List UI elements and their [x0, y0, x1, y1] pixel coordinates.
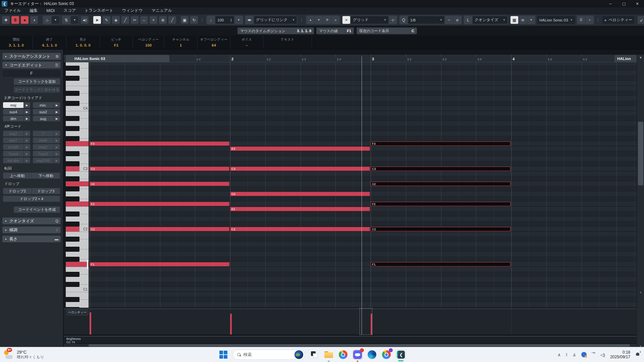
controller-lane[interactable]: Brightness CC 74 [64, 336, 637, 343]
person-icon[interactable]: ♟ [573, 352, 577, 357]
midi-note-G2-bar2[interactable]: G2 [230, 192, 370, 196]
maximize-button[interactable]: ▢ [617, 0, 631, 7]
black-key-C#3[interactable] [66, 161, 79, 166]
quantize-preset-box[interactable]: 1/8 ▼ [408, 16, 444, 24]
vertical-scrollbar[interactable]: ▼ ＋ ＋ [637, 55, 644, 347]
note-grid[interactable]: F3E3F3C3C3C3A2G2A2F2E2F2C2C2C2F1F1 [89, 62, 637, 308]
solo-editor-button[interactable]: S [11, 16, 19, 24]
section-length[interactable]: ► 長さ ▬ [2, 236, 61, 242]
note-input-dropdown[interactable]: ▼ [71, 16, 78, 24]
piano-keyboard[interactable]: C4C3C2C1 [66, 62, 89, 308]
file-explorer-button[interactable] [324, 350, 334, 360]
drop2-button[interactable]: ドロップ2 [3, 188, 32, 194]
open-in-project-icon[interactable]: ↙ [638, 16, 644, 24]
task-view-button[interactable] [309, 350, 319, 360]
kebab-icon[interactable]: ⋮ [200, 18, 205, 22]
length-quantize-icon[interactable]: L [464, 16, 472, 24]
chord-button-maj[interactable]: maj▶ [3, 102, 30, 108]
chrome-profile-button[interactable] [381, 350, 391, 360]
next-part-tab[interactable]: HALion [614, 55, 637, 62]
transpose-octave-button[interactable]: ⇈ [323, 16, 331, 24]
app-tray-icon[interactable] [581, 352, 587, 357]
quantize-panel-icon[interactable]: e [453, 16, 461, 24]
chord-button-aug[interactable]: aug▶ [33, 116, 60, 121]
black-key-A#2[interactable] [66, 176, 79, 181]
chord-button-sus2[interactable]: sus2▶ [33, 109, 60, 115]
length-quantize-box[interactable]: クオンタイズ ▼ [473, 16, 507, 24]
search-box[interactable]: 検索 [233, 350, 305, 360]
horizontal-scrollbar[interactable] [64, 344, 637, 347]
menu-item-1[interactable]: 編集 [25, 7, 42, 14]
tool-trim[interactable]: ╱ [121, 16, 129, 24]
tool-object-selection[interactable]: ➤ [93, 16, 101, 24]
drop24-button[interactable]: ドロップ2 + 4 [3, 196, 60, 202]
menu-item-0[interactable]: ファイル [0, 7, 25, 14]
chord-arrow-icon[interactable]: ▶ [53, 116, 60, 121]
minimize-button[interactable]: ─ [604, 0, 617, 7]
midi-note-A2-bar3[interactable]: A2 [371, 182, 511, 186]
tool-split-scissors[interactable]: ✂ [131, 16, 139, 24]
black-key-D#3[interactable] [66, 151, 79, 156]
microphone-icon[interactable]: ⟟ [566, 352, 568, 357]
relative-snap-button[interactable]: -|+ [389, 16, 397, 24]
step-grid-icon[interactable]: ⠿ [577, 16, 585, 24]
black-key-D#1[interactable] [66, 272, 79, 277]
pin-icon[interactable]: ✚ [2, 16, 10, 24]
section-transpose[interactable]: ► 移調 ⎍ [2, 227, 61, 233]
menu-item-5[interactable]: ウィンドウ [118, 7, 147, 14]
chord-button-sus4[interactable]: sus4▶ [3, 109, 30, 115]
edge-button[interactable] [367, 350, 377, 360]
midi-note-C2-bar3[interactable]: C2 [371, 227, 511, 231]
highlighted-key-C2[interactable] [66, 227, 79, 232]
loop-button[interactable]: ↻ [190, 16, 198, 24]
velocity-bar-2[interactable] [230, 314, 232, 335]
tray-chevron-icon[interactable]: ∧ [557, 352, 561, 357]
black-key-F#1[interactable] [66, 257, 79, 262]
black-key-C#2[interactable] [66, 222, 79, 227]
tool-zoom[interactable]: ⊕ [159, 16, 167, 24]
zoom-in-vertical-button[interactable]: ＋ [637, 289, 644, 295]
ruler[interactable]: HALion Sonic 03 HALion 1.21.31.422.22.32… [64, 55, 644, 62]
record-in-editor-button[interactable]: ● [21, 16, 29, 24]
midi-note-A2-bar1[interactable]: A2 [90, 182, 229, 186]
kebab-icon[interactable]: ⋮ [596, 18, 601, 22]
scroll-up-icon[interactable]: ▼ [637, 55, 644, 61]
move-up-button[interactable]: 上へ移動 [3, 173, 32, 179]
info-field-0[interactable]: 開始3. 1. 1. 0 [0, 36, 33, 49]
chrome-button[interactable] [338, 350, 348, 360]
midi-note-F1-bar3[interactable]: F1 [371, 262, 511, 266]
link-icon[interactable]: ◀▶ [246, 16, 253, 24]
menu-item-6[interactable]: マニュアル [147, 7, 176, 14]
black-key-A#0[interactable] [66, 297, 79, 302]
pitch-visibility-icon[interactable]: ⌂ [43, 16, 51, 24]
event-colors-box[interactable]: ● ベロシティー [602, 16, 634, 24]
horizontal-scroll-thumb[interactable] [89, 344, 630, 347]
black-key-G#3[interactable] [66, 126, 79, 131]
show-part-borders-icon[interactable]: ▦ [511, 16, 518, 24]
black-key-G#4[interactable] [66, 66, 79, 71]
drop3-button[interactable]: ドロップ3 [32, 188, 60, 194]
chord-button-dim[interactable]: dim▶ [3, 116, 30, 121]
info-field-7[interactable]: ボイス– [230, 36, 263, 49]
highlighted-key-C3[interactable] [66, 166, 79, 171]
black-key-D#2[interactable] [66, 212, 79, 217]
menu-item-3[interactable]: スコア [59, 7, 80, 14]
chord-arrow-icon[interactable]: ▶ [23, 116, 30, 121]
info-field-5[interactable]: チャンネル1 [164, 36, 198, 49]
midi-note-C2-bar2[interactable]: C2 [230, 227, 370, 231]
transpose-down-button[interactable]: ▼ [315, 16, 323, 24]
black-key-G#1[interactable] [66, 247, 79, 252]
length-link-box[interactable]: グリッドにリンク ▼ [254, 16, 297, 24]
move-down-button[interactable]: 下へ移動 [32, 173, 60, 179]
midi-note-F3-bar1[interactable]: F3 [90, 141, 229, 146]
info-field-1[interactable]: 終了4. 1. 1. 0 [33, 36, 66, 49]
highlighted-key-A2[interactable] [66, 181, 89, 186]
black-key-C#4[interactable] [66, 101, 79, 106]
midi-note-C2-bar1[interactable]: C2 [90, 227, 229, 231]
section-quantize[interactable]: ► クオンタイズ Q [2, 218, 61, 224]
cubase-taskbar-button[interactable]: ❮ [396, 350, 406, 360]
kebab-icon[interactable]: ⋮ [299, 18, 304, 22]
midi-note-E3-bar2[interactable]: E3 [230, 146, 370, 151]
black-key-A#3[interactable] [66, 116, 79, 121]
edit-active-part-icon[interactable]: ≋ [519, 16, 527, 24]
